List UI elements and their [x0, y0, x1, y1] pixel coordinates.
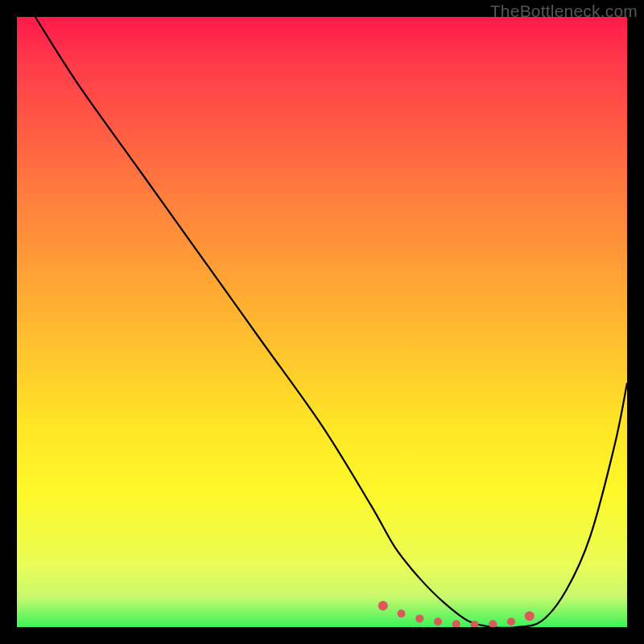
- optimum-dot: [525, 611, 535, 621]
- chart-area: [17, 17, 627, 627]
- bottleneck-curve: [35, 17, 627, 627]
- optimum-dot: [507, 617, 515, 625]
- optimum-dot: [378, 601, 388, 610]
- bottleneck-plot: [17, 17, 627, 627]
- optimum-dot: [398, 609, 406, 617]
- branding-label: TheBottleneck.com: [490, 2, 638, 21]
- optimum-dot: [489, 620, 497, 627]
- optimum-dot: [434, 617, 442, 625]
- optimum-dot: [415, 614, 423, 622]
- optimum-dot: [452, 620, 460, 627]
- optimum-dots: [378, 601, 535, 627]
